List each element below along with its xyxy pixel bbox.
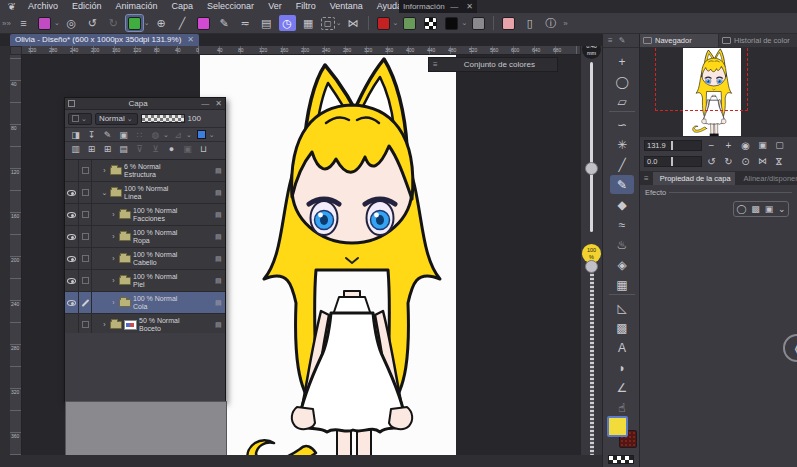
brush-size-slider[interactable] bbox=[590, 62, 593, 232]
rotate-right-button[interactable]: ↻ bbox=[721, 155, 736, 168]
flip-vertical-button[interactable]: ⋈ bbox=[773, 154, 786, 169]
navigator-view-rect[interactable] bbox=[655, 47, 748, 111]
copy-layer-icon[interactable]: ▣ bbox=[180, 143, 195, 155]
layer-handle-icon[interactable]: ▤ bbox=[215, 160, 225, 181]
redo-icon[interactable]: ↻ bbox=[105, 15, 122, 31]
transfer-down-icon[interactable]: ↧ bbox=[84, 129, 99, 141]
figure-tool[interactable]: ◺ bbox=[610, 298, 634, 317]
layer-visibility-toggle[interactable] bbox=[65, 204, 79, 225]
zoom-reset-button[interactable]: ◉ bbox=[738, 139, 753, 152]
layer-handle-icon[interactable]: ▤ bbox=[215, 292, 225, 313]
menu-item-ventana[interactable]: Ventana bbox=[323, 0, 370, 13]
layer-checkbox[interactable] bbox=[79, 270, 92, 291]
layer-mask-icon[interactable]: ◍ bbox=[148, 129, 163, 141]
expand-chevron-icon[interactable]: › bbox=[110, 277, 117, 284]
selection-tool[interactable]: ◯ bbox=[610, 72, 634, 91]
layer-checkbox[interactable] bbox=[79, 160, 92, 181]
menu-item-edicin[interactable]: Edición bbox=[65, 0, 109, 13]
layer-handle-icon[interactable]: ▤ bbox=[215, 314, 225, 333]
layer-handle-icon[interactable]: ▤ bbox=[215, 270, 225, 291]
minimize-icon[interactable]: — bbox=[198, 99, 212, 108]
tab-navegador[interactable]: Navegador bbox=[640, 34, 718, 47]
info-page-icon[interactable]: ▯ bbox=[521, 15, 538, 31]
tab-alineardisponer[interactable]: Alinear/disponer bbox=[737, 172, 797, 185]
merge-down-icon[interactable]: ⊽ bbox=[132, 143, 147, 155]
opacity-knob[interactable] bbox=[585, 260, 598, 273]
brush-tool[interactable]: ♨ bbox=[610, 235, 634, 254]
menu-item-animacin[interactable]: Animación bbox=[109, 0, 165, 13]
eyedropper-icon[interactable]: ╱ bbox=[174, 15, 191, 31]
menu-item-seleccionar[interactable]: Seleccionar bbox=[200, 0, 261, 13]
layer-row-estructura[interactable]: ›6 % NormalEstructura▤ bbox=[65, 160, 225, 182]
brush-size-knob[interactable] bbox=[585, 162, 598, 175]
delete-layer-icon[interactable]: ⊔ bbox=[196, 143, 211, 155]
balloon-tool[interactable]: ◗ bbox=[610, 358, 634, 377]
stamp-icon[interactable]: ◎ bbox=[63, 15, 80, 31]
color-set-panel-titlebar[interactable]: ≡ Conjunto de colores bbox=[428, 57, 558, 72]
lasso-tool[interactable]: ∽ bbox=[610, 115, 634, 134]
magic-wand-tool[interactable]: ✳ bbox=[610, 135, 634, 154]
frame-tool[interactable]: ▦ bbox=[610, 275, 634, 294]
red-swatch-icon[interactable] bbox=[375, 15, 392, 31]
layer-visibility-toggle[interactable] bbox=[65, 160, 79, 181]
pen-tool[interactable]: ✎ bbox=[610, 175, 634, 194]
opacity-slider[interactable] bbox=[141, 114, 185, 123]
pen-pressure-icon[interactable]: ✎ bbox=[216, 15, 233, 31]
dropdown-icon[interactable]: ⌄ bbox=[778, 204, 786, 214]
mask-icon[interactable]: ● bbox=[164, 143, 179, 155]
palette-menu-icon[interactable]: ≡ bbox=[15, 15, 32, 31]
panel-split-icon[interactable]: ▥ bbox=[68, 143, 83, 155]
zoom-out-button[interactable]: − bbox=[704, 139, 719, 152]
layer-handle-icon[interactable]: ▤ bbox=[215, 204, 225, 225]
zoom-in-button[interactable]: + bbox=[721, 139, 736, 152]
canvas-artwork[interactable] bbox=[200, 55, 456, 455]
green-pattern-icon[interactable] bbox=[401, 15, 418, 31]
toolbar-header-icon[interactable]: ✎ bbox=[619, 36, 626, 45]
layer-visibility-toggle[interactable] bbox=[65, 314, 79, 333]
transparent-color-swatch[interactable] bbox=[608, 455, 634, 464]
layer-handle-icon[interactable]: ▤ bbox=[215, 182, 225, 203]
new-layer-icon[interactable]: ⊞ bbox=[84, 143, 99, 155]
expand-chevron-icon[interactable]: › bbox=[110, 233, 117, 240]
clip-to-layer-icon[interactable]: ◨ bbox=[68, 129, 83, 141]
layer-handle-icon[interactable]: ▤ bbox=[215, 226, 225, 247]
navigator-preview[interactable] bbox=[640, 47, 797, 137]
checker-icon[interactable] bbox=[422, 15, 439, 31]
lock-pen-icon[interactable]: ✎ bbox=[100, 129, 115, 141]
info-window-titlebar[interactable]: Información — ✕ bbox=[399, 0, 477, 13]
brush-color-icon[interactable] bbox=[195, 15, 212, 31]
align-icon[interactable]: ∷ bbox=[132, 129, 147, 141]
tab-propiedaddelacapa[interactable]: Propiedad de la capa bbox=[653, 172, 735, 185]
panel-menu-icon[interactable]: ≡ bbox=[429, 60, 442, 69]
layer-checkbox[interactable] bbox=[79, 248, 92, 269]
layer-checkbox[interactable] bbox=[79, 226, 92, 247]
panel-expander-button[interactable]: ❬ bbox=[783, 334, 797, 362]
lock-layer-icon[interactable]: ▣ bbox=[116, 129, 131, 141]
expression-color-button[interactable]: ▣ bbox=[765, 204, 774, 214]
expand-chevron-icon[interactable]: › bbox=[110, 211, 117, 218]
fit-screen-button[interactable]: ▣ bbox=[755, 139, 770, 152]
layer-checkbox[interactable] bbox=[79, 314, 92, 333]
layer-checkbox[interactable] bbox=[79, 204, 92, 225]
layer-row-cola[interactable]: ›100 % NormalCola▤ bbox=[65, 292, 225, 314]
layer-row-ropa[interactable]: ›100 % NormalRopa▤ bbox=[65, 226, 225, 248]
blend-tool[interactable]: ≈ bbox=[610, 215, 634, 234]
zoom-value-box[interactable]: 131.9 bbox=[644, 140, 702, 151]
layer-combine-dropdown[interactable]: ⌄ bbox=[68, 113, 92, 125]
move-tool[interactable]: + bbox=[610, 52, 634, 71]
expand-chevron-icon[interactable]: › bbox=[110, 299, 117, 306]
grid-icon[interactable]: ▦ bbox=[300, 15, 317, 31]
ruler-icon[interactable]: ⊿ bbox=[171, 129, 186, 141]
timeline-icon[interactable]: ◷ bbox=[279, 15, 296, 31]
collapse-right-icon[interactable]: » bbox=[561, 19, 569, 28]
tab-historialdecolor[interactable]: Historial de color bbox=[719, 34, 797, 47]
new-layer-settings-icon[interactable]: ⊞ bbox=[100, 143, 115, 155]
gradient-tool[interactable]: ▩ bbox=[610, 318, 634, 337]
palette-color-icon[interactable] bbox=[194, 129, 209, 141]
flip-horizontal-button[interactable]: ⋈ bbox=[755, 155, 770, 168]
fill-tool[interactable]: ◈ bbox=[610, 255, 634, 274]
menu-item-filtro[interactable]: Filtro bbox=[289, 0, 323, 13]
layer-visibility-toggle[interactable] bbox=[65, 292, 79, 313]
line-correction-tool[interactable]: ∠ bbox=[610, 378, 634, 397]
new-folder-icon[interactable]: ▤ bbox=[116, 143, 131, 155]
